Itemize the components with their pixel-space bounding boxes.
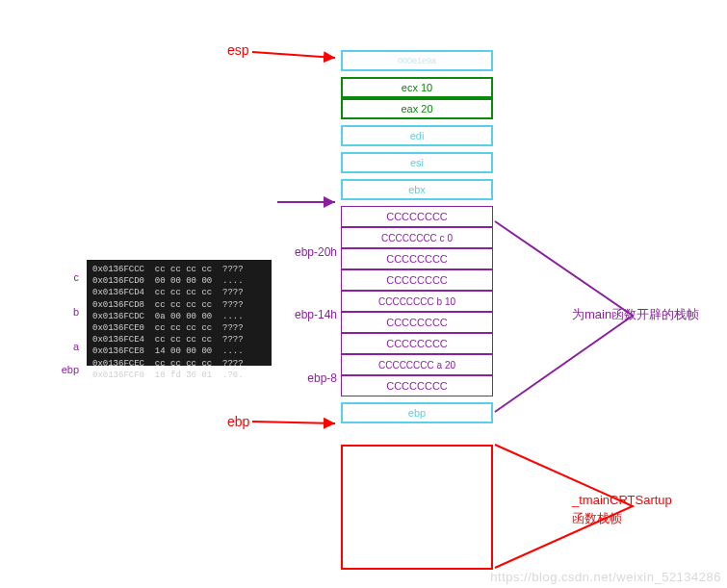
cell-eax: eax 20 bbox=[341, 98, 493, 119]
cell-cc-0: CCCCCCCC bbox=[341, 206, 493, 227]
cell-saved-ebp: ebp bbox=[341, 402, 493, 423]
purple-block: CCCCCCCC CCCCCCCC c 0 CCCCCCCC CCCCCCCC … bbox=[341, 206, 493, 396]
cell-cc-1: CCCCCCCC c 0 bbox=[341, 227, 493, 248]
esp-pointer-label: esp bbox=[227, 42, 249, 58]
cell-cc-7: CCCCCCCC a 20 bbox=[341, 354, 493, 375]
cell-cc-2: CCCCCCCC bbox=[341, 248, 493, 269]
memory-hexdump: 0x0136FCCC cc cc cc cc ???? 0x0136FCD0 0… bbox=[87, 260, 272, 366]
hex-label-a: a bbox=[56, 341, 79, 352]
hex-row: 0x0136FCEC cc cc cc cc ???? bbox=[92, 358, 266, 370]
annot-crt-1: _tmainCRTSartup bbox=[572, 493, 672, 507]
hex-row: 0x0136FCCC cc cc cc cc ???? bbox=[92, 264, 266, 275]
offset-ebp-14h: ebp-14h bbox=[279, 308, 337, 321]
hex-label-b: b bbox=[56, 306, 79, 318]
cell-cc-8: CCCCCCCC bbox=[341, 375, 493, 396]
annot-main-frame: 为main函数开辟的栈帧 bbox=[572, 306, 699, 323]
ebp-pointer-label: ebp bbox=[227, 414, 249, 429]
watermark: https://blog.csdn.net/weixin_52134286 bbox=[490, 570, 721, 584]
esp-arrow bbox=[252, 38, 345, 65]
offset-ebp-8: ebp-8 bbox=[279, 371, 337, 385]
cell-edi: edi bbox=[341, 125, 493, 146]
hex-row: 0x0136FCE0 cc cc cc cc ???? bbox=[92, 322, 266, 334]
hex-row: 0x0136FCE4 cc cc cc cc ???? bbox=[92, 334, 266, 345]
hex-label-ebp: ebp bbox=[56, 364, 79, 375]
hex-row: 0x0136FCDC 0a 00 00 00 .... bbox=[92, 311, 266, 322]
cell-esi: esi bbox=[341, 152, 493, 173]
hex-row: 0x0136FCD4 cc cc cc cc ???? bbox=[92, 287, 266, 298]
cell-cc-3: CCCCCCCC bbox=[341, 269, 493, 291]
cell-ebx: ebx bbox=[341, 179, 493, 200]
annot-crt-2: 函数栈帧 bbox=[572, 510, 622, 527]
purple-arrow-ebx bbox=[277, 194, 345, 210]
hex-row: 0x0136FCD0 00 00 00 00 .... bbox=[92, 275, 266, 287]
stack-column: 000e1e9a ecx 10 eax 20 edi esi ebx CCCCC… bbox=[341, 50, 493, 423]
hex-label-c: c bbox=[56, 271, 79, 283]
hex-row: 0x0136FCE8 14 00 00 00 .... bbox=[92, 345, 266, 357]
hex-row: 0x0136FCD8 cc cc cc cc ???? bbox=[92, 299, 266, 311]
ebp-arrow bbox=[252, 410, 345, 433]
hex-row: 0x0136FCF0 10 fd 36 01 .?6. bbox=[92, 370, 266, 381]
cell-cc-6: CCCCCCCC bbox=[341, 333, 493, 354]
brace-crt-frame bbox=[493, 443, 637, 572]
cell-ecx: ecx 10 bbox=[341, 77, 493, 98]
svg-line-0 bbox=[252, 52, 335, 58]
offset-ebp-20h: ebp-20h bbox=[279, 245, 337, 259]
cell-cc-4: CCCCCCCC b 10 bbox=[341, 291, 493, 312]
svg-line-2 bbox=[252, 422, 335, 423]
cell-cc-5: CCCCCCCC bbox=[341, 312, 493, 333]
crt-frame-box bbox=[341, 445, 493, 570]
cell-return-addr: 000e1e9a bbox=[341, 50, 493, 71]
